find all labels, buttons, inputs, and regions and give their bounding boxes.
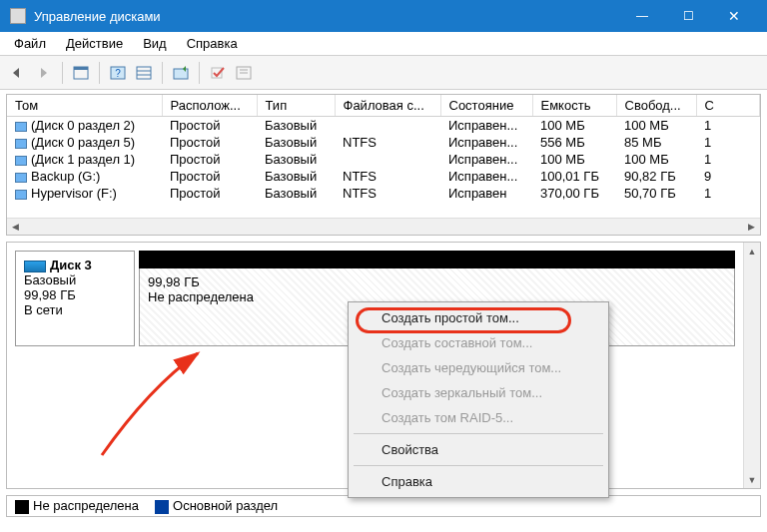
table-row[interactable]: (Диск 0 раздел 2)ПростойБазовыйИсправен.… [7, 117, 760, 135]
col-extra[interactable]: С [696, 95, 760, 117]
svg-rect-4 [137, 67, 151, 79]
context-menu: Создать простой том... Создать составной… [348, 301, 609, 498]
svg-text:?: ? [115, 68, 121, 79]
maximize-button[interactable]: ☐ [665, 0, 711, 32]
ctx-create-spanned-volume: Создать составной том... [352, 330, 605, 355]
menu-view[interactable]: Вид [133, 34, 177, 53]
legend-primary-swatch [155, 500, 169, 514]
toolbar-check-icon[interactable] [206, 61, 230, 85]
ctx-create-raid5-volume: Создать том RAID-5... [352, 405, 605, 430]
col-status[interactable]: Состояние [440, 95, 532, 117]
menu-action[interactable]: Действие [56, 34, 133, 53]
toolbar-refresh-icon[interactable] [169, 61, 193, 85]
col-layout[interactable]: Располож... [162, 95, 257, 117]
toolbar-help-icon[interactable]: ? [106, 61, 130, 85]
disk-icon [24, 261, 46, 272]
menu-bar: Файл Действие Вид Справка [0, 32, 767, 56]
scroll-left-icon[interactable]: ◀ [7, 219, 24, 236]
ctx-create-simple-volume[interactable]: Создать простой том... [352, 305, 605, 330]
disk-size: 99,98 ГБ [24, 287, 76, 302]
disk-label-box[interactable]: Диск 3 Базовый 99,98 ГБ В сети [15, 251, 135, 346]
minimize-button[interactable]: — [619, 0, 665, 32]
col-capacity[interactable]: Емкость [532, 95, 616, 117]
toolbar-list-icon[interactable] [132, 61, 156, 85]
toolbar-view-icon[interactable] [69, 61, 93, 85]
ctx-help[interactable]: Справка [352, 469, 605, 494]
disk-status: В сети [24, 302, 63, 317]
col-free[interactable]: Свобод... [616, 95, 696, 117]
back-button[interactable] [6, 61, 30, 85]
svg-rect-1 [74, 67, 88, 70]
volume-size: 99,98 ГБ [148, 274, 200, 289]
ctx-create-mirrored-volume: Создать зеркальный том... [352, 380, 605, 405]
ctx-create-striped-volume: Создать чередующийся том... [352, 355, 605, 380]
table-row[interactable]: Backup (G:)ПростойБазовыйNTFSИсправен...… [7, 168, 760, 185]
horizontal-scrollbar[interactable]: ◀ ▶ [7, 218, 760, 235]
table-row[interactable]: Hypervisor (F:)ПростойБазовыйNTFSИсправе… [7, 185, 760, 202]
legend-unallocated: Не распределена [15, 498, 139, 514]
volume-state: Не распределена [148, 289, 254, 304]
scroll-up-icon[interactable]: ▲ [744, 243, 760, 260]
forward-button[interactable] [32, 61, 56, 85]
disk-name: Диск 3 [50, 258, 92, 272]
app-icon [10, 8, 26, 24]
legend-primary: Основной раздел [155, 498, 278, 514]
scroll-right-icon[interactable]: ▶ [743, 219, 760, 236]
table-row[interactable]: (Диск 1 раздел 1)ПростойБазовыйИсправен.… [7, 151, 760, 168]
vertical-scrollbar[interactable]: ▲ ▼ [743, 243, 760, 488]
ctx-properties[interactable]: Свойства [352, 437, 605, 462]
window-title: Управление дисками [34, 9, 161, 24]
close-button[interactable]: ✕ [711, 0, 757, 32]
legend-unallocated-swatch [15, 500, 29, 514]
volume-header-bar [139, 251, 735, 268]
toolbar: ? [0, 56, 767, 90]
title-bar: Управление дисками — ☐ ✕ [0, 0, 767, 32]
legend-bar: Не распределена Основной раздел [6, 495, 761, 517]
col-type[interactable]: Тип [257, 95, 335, 117]
volume-list: Том Располож... Тип Файловая с... Состоя… [6, 94, 761, 236]
table-header-row: Том Располож... Тип Файловая с... Состоя… [7, 95, 760, 117]
disk-type: Базовый [24, 272, 76, 287]
menu-help[interactable]: Справка [177, 34, 248, 53]
col-volume[interactable]: Том [7, 95, 162, 117]
toolbar-props-icon[interactable] [232, 61, 256, 85]
col-fs[interactable]: Файловая с... [335, 95, 440, 117]
menu-file[interactable]: Файл [4, 34, 56, 53]
table-row[interactable]: (Диск 0 раздел 5)ПростойБазовыйNTFSИспра… [7, 134, 760, 151]
scroll-down-icon[interactable]: ▼ [744, 471, 760, 488]
